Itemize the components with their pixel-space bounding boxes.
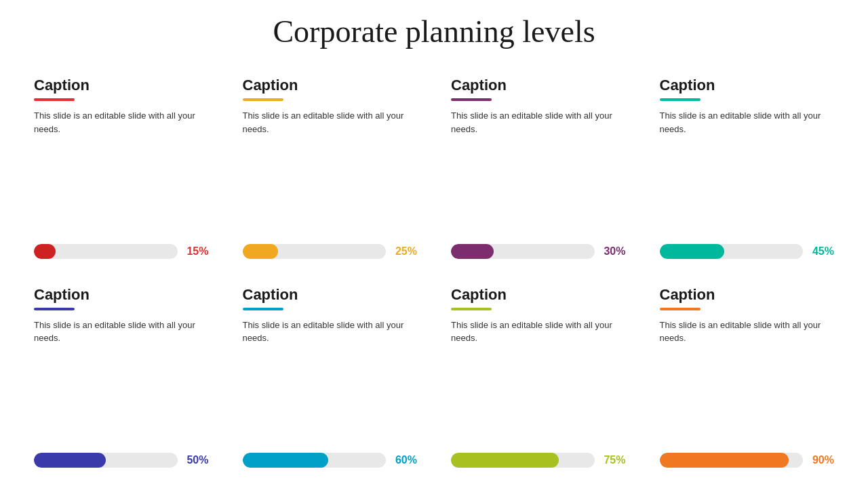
- card-text-1: This slide is an editable slide with all…: [34, 109, 209, 235]
- progress-fill-5: [34, 453, 106, 468]
- card-1: Caption This slide is an editable slide …: [27, 70, 216, 266]
- card-4: Caption This slide is an editable slide …: [653, 70, 842, 266]
- card-caption-4: Caption: [660, 77, 835, 94]
- card-caption-3: Caption: [451, 77, 626, 94]
- card-text-3: This slide is an editable slide with all…: [451, 109, 626, 235]
- card-caption-7: Caption: [451, 286, 626, 304]
- progress-track-6: [243, 453, 387, 468]
- cards-grid: Caption This slide is an editable slide …: [27, 70, 841, 474]
- progress-label-6: 60%: [391, 454, 417, 466]
- progress-fill-6: [243, 453, 329, 468]
- progress-track-7: [451, 453, 595, 468]
- page-title: Corporate planning levels: [273, 14, 595, 49]
- card-caption-8: Caption: [660, 286, 835, 304]
- progress-fill-2: [243, 244, 279, 259]
- card-divider-4: [660, 98, 701, 101]
- card-text-6: This slide is an editable slide with all…: [243, 319, 418, 444]
- progress-row-5: 50%: [34, 453, 209, 468]
- progress-row-1: 15%: [34, 244, 209, 259]
- progress-fill-3: [451, 244, 494, 259]
- card-divider-7: [451, 308, 492, 310]
- progress-label-3: 30%: [600, 245, 626, 258]
- progress-row-4: 45%: [660, 244, 835, 259]
- progress-track-2: [243, 244, 387, 259]
- card-text-2: This slide is an editable slide with all…: [243, 109, 418, 235]
- card-divider-2: [243, 98, 283, 101]
- progress-label-8: 90%: [808, 454, 834, 466]
- progress-fill-1: [34, 244, 56, 259]
- card-7: Caption This slide is an editable slide …: [444, 279, 633, 475]
- card-8: Caption This slide is an editable slide …: [653, 279, 842, 475]
- card-text-8: This slide is an editable slide with all…: [660, 319, 835, 444]
- page: Corporate planning levels Caption This s…: [0, 0, 868, 488]
- progress-label-2: 25%: [391, 245, 417, 258]
- card-3: Caption This slide is an editable slide …: [444, 70, 633, 266]
- card-caption-6: Caption: [243, 286, 418, 304]
- card-divider-6: [243, 308, 283, 310]
- progress-fill-7: [451, 453, 559, 468]
- card-divider-5: [34, 308, 75, 310]
- progress-fill-8: [660, 453, 789, 468]
- card-caption-1: Caption: [34, 77, 209, 94]
- progress-label-1: 15%: [183, 245, 209, 258]
- card-2: Caption This slide is an editable slide …: [236, 70, 425, 266]
- card-divider-1: [34, 98, 75, 101]
- progress-track-3: [451, 244, 595, 259]
- progress-row-6: 60%: [243, 453, 418, 468]
- progress-track-8: [660, 453, 804, 468]
- card-text-4: This slide is an editable slide with all…: [660, 109, 835, 235]
- progress-fill-4: [660, 244, 724, 259]
- card-caption-2: Caption: [243, 77, 418, 94]
- progress-track-1: [34, 244, 178, 259]
- card-6: Caption This slide is an editable slide …: [236, 279, 425, 475]
- progress-label-5: 50%: [183, 454, 209, 466]
- card-text-5: This slide is an editable slide with all…: [34, 319, 209, 444]
- card-divider-3: [451, 98, 492, 101]
- progress-row-7: 75%: [451, 453, 626, 468]
- progress-track-5: [34, 453, 178, 468]
- progress-label-4: 45%: [808, 245, 834, 258]
- card-5: Caption This slide is an editable slide …: [27, 279, 216, 475]
- progress-label-7: 75%: [600, 454, 626, 466]
- card-divider-8: [660, 308, 701, 310]
- card-text-7: This slide is an editable slide with all…: [451, 319, 626, 444]
- progress-row-3: 30%: [451, 244, 626, 259]
- progress-row-2: 25%: [243, 244, 418, 259]
- card-caption-5: Caption: [34, 286, 209, 304]
- progress-track-4: [660, 244, 804, 259]
- progress-row-8: 90%: [660, 453, 835, 468]
